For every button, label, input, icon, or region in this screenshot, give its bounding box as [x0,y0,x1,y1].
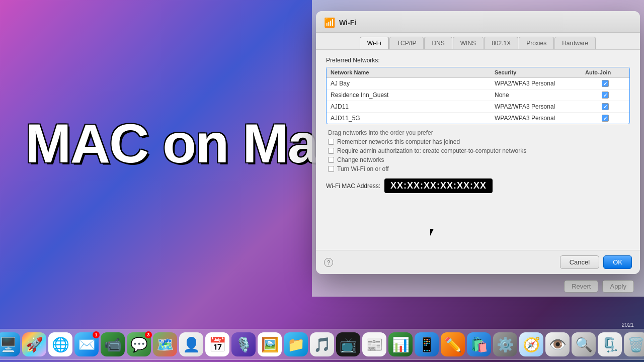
security-cell: WPA2/WPA3 Personal [495,80,585,87]
dock-icon-maps[interactable]: 🗺️ [153,332,177,356]
options-area: Drag networks into the order you prefer … [326,129,630,172]
tabs-bar: Wi-Fi TCP/IP DNS WINS 802.1X Proxies Har… [316,33,640,50]
col-security: Security [495,69,585,75]
remember-label: Remember networks this computer has join… [337,138,460,145]
auto-join-checkbox[interactable] [602,115,609,122]
dock-icon-calendar[interactable]: 📅 [205,332,229,356]
dialog-footer: ? Cancel OK [316,250,640,274]
mac-address-row: Wi-Fi MAC Address: XX:XX:XX:XX:XX:XX [326,178,630,193]
wifi-dialog: 📶 Wi-Fi Wi-Fi TCP/IP DNS WINS 802.1X Pro… [316,11,640,274]
auto-join-cell [585,80,625,87]
dock-icon-messages[interactable]: 💬 3 [127,332,151,356]
auto-join-cell [585,92,625,99]
dock-icon-numbers[interactable]: 📊 [388,332,413,356]
tab-wins[interactable]: WINS [453,37,484,49]
dock-icon-pencil[interactable]: ✏️ [441,332,465,356]
tab-tcpip[interactable]: TCP/IP [389,37,424,49]
turnwifi-checkbox[interactable] [328,166,334,172]
dock-icon-files[interactable]: 📁 [284,332,308,356]
legacy-checkbox[interactable] [328,148,334,154]
change-networks-label: Change networks [337,156,384,163]
revert-button[interactable]: Revert [564,280,598,293]
messages-badge: 3 [145,331,152,338]
dock: 🖥️ 🚀 🌐 ✉️ 1 📹 💬 3 🗺️ 👤 📅 🎙️ 🖼️ 📁 🎵 📺 📰 📊… [0,329,644,360]
change-checkbox[interactable] [328,157,334,163]
dock-icon-contacts[interactable]: 👤 [179,332,203,356]
network-name-cell: AJ Bay [331,80,495,87]
dock-icon-chrome[interactable]: 🌐 [48,332,72,356]
dock-icon-news[interactable]: 📰 [362,332,386,356]
option-remember[interactable]: Remember networks this computer has join… [328,138,630,145]
auto-join-cell [585,103,625,110]
security-cell: WPA2/WPA3 Personal [495,103,585,110]
option-turn-wifi[interactable]: Turn Wi-Fi on or off [328,165,630,172]
security-cell: WPA2/WPA3 Personal [495,115,585,122]
networks-table: Network Name Security Auto-Join AJ Bay W… [326,67,630,124]
dock-icon-appstore[interactable]: 🛍️ [467,332,491,356]
ok-button[interactable]: OK [603,255,632,269]
dock-icon-launchpad[interactable]: 🚀 [22,332,46,356]
network-name-cell: AJD11 [331,103,495,110]
option-change[interactable]: Change networks [328,156,630,163]
year-info: 2021 [622,322,634,328]
dock-icon-finder[interactable]: 🖥️ [0,332,20,356]
year-label: 2021 [622,322,634,328]
dock-icon-trash[interactable]: 🗑️ [624,332,644,356]
table-row[interactable]: AJD11_5G WPA2/WPA3 Personal [327,113,629,124]
apply-button[interactable]: Apply [602,280,634,293]
auto-join-checkbox[interactable] [602,80,609,87]
tab-8021x[interactable]: 802.1X [484,37,518,49]
mail-badge: 1 [93,331,100,338]
revert-apply-bar: Revert Apply [564,280,634,293]
table-row[interactable]: AJ Bay WPA2/WPA3 Personal [327,78,629,89]
col-network-name: Network Name [331,69,495,75]
remember-checkbox[interactable] [328,139,334,145]
table-row[interactable]: Residence Inn_Guest None [327,89,629,101]
security-cell: None [495,92,585,99]
dialog-title: Wi-Fi [339,19,356,27]
option-legacy[interactable]: Require admin authorization to: create c… [328,147,630,154]
col-auto-join: Auto-Join [585,69,625,75]
settings-panel: 📶 Wi-Fi Wi-Fi TCP/IP DNS WINS 802.1X Pro… [312,0,644,297]
option-drag: Drag networks into the order you prefer [328,129,630,136]
dock-icon-system-preferences[interactable]: ⚙️ [493,332,517,356]
cancel-button[interactable]: Cancel [560,255,599,269]
section-title: Preferred Networks: [326,57,630,64]
tab-wifi[interactable]: Wi-Fi [360,37,389,49]
legacy-label: Require admin authorization to: create c… [337,147,526,154]
dock-icon-iphone[interactable]: 📱 [415,332,439,356]
dock-icon-podcasts[interactable]: 🎙️ [231,332,256,356]
network-name-cell: Residence Inn_Guest [331,92,495,99]
turnwifi-label: Turn Wi-Fi on or off [337,165,389,172]
dock-icon-mail[interactable]: ✉️ 1 [74,332,99,356]
dock-icon-spotlight[interactable]: 🔍 [572,332,596,356]
auto-join-cell [585,115,625,122]
tab-proxies[interactable]: Proxies [519,37,554,49]
table-header: Network Name Security Auto-Join [327,67,629,78]
drag-networks-label: Drag networks into the order you prefer [328,129,433,136]
dock-icon-safari[interactable]: 🧭 [519,332,543,356]
footer-buttons: Cancel OK [560,255,632,269]
auto-join-checkbox[interactable] [602,103,609,110]
dock-icon-music[interactable]: 🎵 [310,332,334,356]
dock-icon-archive[interactable]: 🗜️ [598,332,622,356]
mac-label: Wi-Fi MAC Address: [326,183,380,190]
dialog-header: 📶 Wi-Fi [316,11,640,33]
auto-join-checkbox[interactable] [602,92,609,99]
network-name-cell: AJD11_5G [331,115,495,122]
help-button[interactable]: ? [324,258,333,267]
mac-value: XX:XX:XX:XX:XX:XX [384,178,493,193]
dock-icon-photos[interactable]: 🖼️ [258,332,282,356]
tab-dns[interactable]: DNS [424,37,452,49]
dialog-content: Preferred Networks: Network Name Securit… [316,50,640,200]
wifi-icon: 📶 [324,17,335,28]
table-row[interactable]: AJD11 WPA2/WPA3 Personal [327,101,629,113]
dock-icon-appletv[interactable]: 📺 [336,332,360,356]
dock-icon-preview[interactable]: 👁️ [545,332,570,356]
tab-hardware[interactable]: Hardware [554,37,596,49]
dock-icon-facetime[interactable]: 📹 [101,332,125,356]
